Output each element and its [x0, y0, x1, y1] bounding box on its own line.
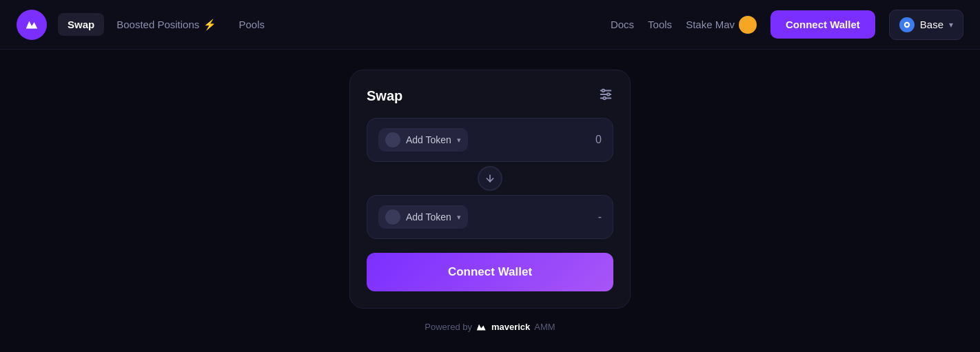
swap-card-header: Swap	[367, 87, 613, 105]
app-logo[interactable]	[17, 10, 47, 40]
swap-title: Swap	[367, 88, 402, 104]
swap-direction-button[interactable]	[478, 166, 502, 191]
docs-link[interactable]: Docs	[611, 19, 634, 30]
tools-link[interactable]: Tools	[648, 19, 672, 30]
token-icon-1	[385, 132, 400, 147]
token-icon-2	[385, 209, 400, 225]
token-label-2: Add Token	[406, 211, 451, 222]
token-selector-1[interactable]: Add Token ▾	[378, 128, 468, 152]
maverick-icon	[476, 321, 487, 332]
nav-item-pools[interactable]: Pools	[229, 13, 274, 36]
main-content: Swap Add Token ▾ 0	[0, 50, 980, 352]
token-label-1: Add Token	[406, 134, 451, 145]
token-input-box-2: Add Token ▾ -	[367, 195, 613, 239]
token-amount-1[interactable]: 0	[595, 134, 602, 146]
network-selector[interactable]: Base ▾	[889, 10, 963, 40]
chevron-down-icon: ▾	[949, 20, 953, 30]
token-chevron-2: ▾	[457, 213, 461, 222]
swap-card: Swap Add Token ▾ 0	[349, 70, 631, 309]
navbar: Swap Boosted Positions ⚡ Pools Docs Tool…	[0, 0, 980, 50]
right-nav: Docs Tools Stake Mav Connect Wallet Base…	[611, 10, 963, 40]
connect-wallet-button[interactable]: Connect Wallet	[770, 10, 875, 39]
network-icon	[899, 17, 915, 32]
amm-text: AMM	[534, 322, 555, 332]
nav-item-swap[interactable]: Swap	[58, 13, 104, 36]
token-chevron-1: ▾	[457, 136, 461, 145]
settings-icon[interactable]	[598, 87, 613, 105]
bolt-icon: ⚡	[203, 19, 216, 30]
token-input-box-1: Add Token ▾ 0	[367, 118, 613, 162]
stake-mav-icon	[739, 16, 757, 34]
svg-point-7	[603, 97, 606, 100]
nav-item-boosted[interactable]: Boosted Positions ⚡	[107, 13, 226, 37]
brand-name: maverick	[491, 322, 530, 332]
powered-by-text: Powered by	[425, 322, 472, 332]
token-selector-2[interactable]: Add Token ▾	[378, 205, 468, 229]
connect-wallet-main-button[interactable]: Connect Wallet	[367, 253, 613, 291]
token-amount-2[interactable]: -	[598, 211, 602, 223]
stake-mav-label: Stake Mav	[686, 19, 735, 30]
network-name: Base	[920, 19, 943, 30]
nav-links: Swap Boosted Positions ⚡ Pools	[58, 13, 274, 37]
svg-point-6	[607, 93, 610, 96]
svg-point-1	[906, 23, 908, 25]
stake-mav-link[interactable]: Stake Mav	[686, 16, 757, 34]
svg-point-5	[602, 90, 605, 92]
swap-arrow-wrapper	[367, 166, 613, 191]
footer: Powered by maverick AMM	[425, 321, 555, 332]
